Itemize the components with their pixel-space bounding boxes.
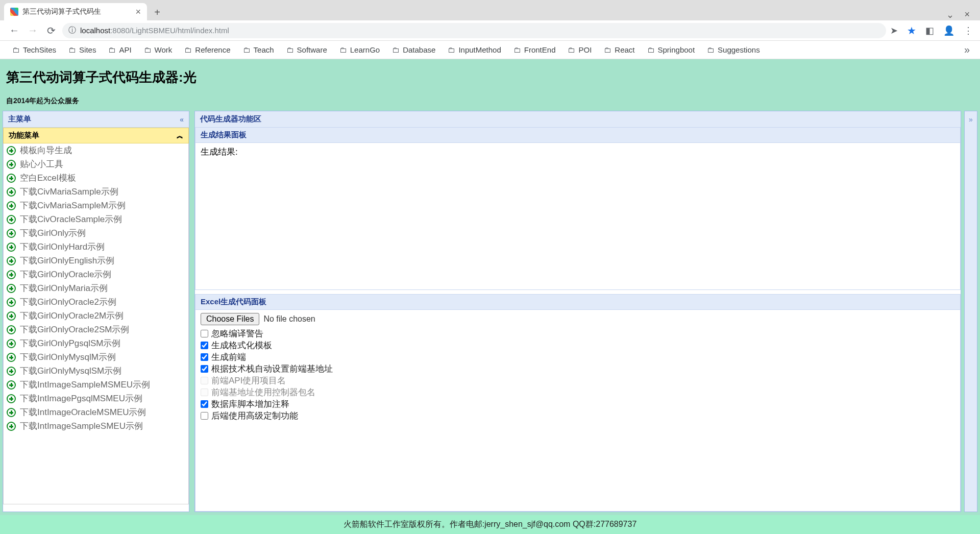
sidebar-menu-item[interactable]: 下载IntImageSampleMSMEU示例 (4, 378, 188, 392)
sidebar-menu-item[interactable]: 下载CivMariaSampleM示例 (4, 199, 188, 212)
sidebar-menu-item[interactable]: 下载GirlOnlyMysqlSM示例 (4, 364, 188, 378)
option-checkbox[interactable] (201, 353, 208, 361)
bookmark-label: FrontEnd (524, 45, 556, 54)
bookmark-label: POI (578, 45, 592, 54)
browser-tab[interactable]: 第三代动词算子式代码生 × (4, 3, 147, 20)
address-bar[interactable]: ⓘ localhost:8080/LightSBMEU/html/index.h… (62, 23, 886, 38)
sidebar-menu-item[interactable]: 下载GirlOnlyOracle2SM示例 (4, 323, 188, 336)
plus-icon (7, 242, 16, 252)
reload-button[interactable]: ⟳ (44, 25, 58, 37)
bookmark-item[interactable]: 🗀FrontEnd (508, 43, 561, 56)
plus-icon (7, 187, 16, 197)
option-checkbox (201, 389, 208, 396)
page-body: 第三代动词算子式代码生成器:光 自2014年起为公众服务 主菜单 « 功能菜单 … (0, 59, 980, 534)
sidebar-menu-item[interactable]: 下载GirlOnlyOracle示例 (4, 268, 188, 281)
bookmarks-overflow-icon[interactable]: » (961, 44, 973, 56)
bookmark-label: Reference (195, 45, 230, 54)
bookmark-item[interactable]: 🗀API (103, 43, 136, 56)
sidebar-menu-item[interactable]: 下载GirlOnlyPgsqlSM示例 (4, 336, 188, 350)
new-tab-button[interactable]: + (149, 4, 165, 20)
plus-icon (7, 339, 16, 348)
bookmark-item[interactable]: 🗀Teach (238, 43, 279, 56)
sidebar-collapse-icon[interactable]: « (180, 115, 184, 124)
bookmark-item[interactable]: 🗀Springboot (642, 43, 700, 56)
bookmark-item[interactable]: 🗀Reference (179, 43, 235, 56)
option-checkbox[interactable] (201, 342, 208, 349)
checkbox-row: 根据技术栈自动设置前端基地址 (201, 363, 955, 375)
bookmark-label: Sites (79, 45, 96, 54)
panel-toggle-icon[interactable]: ◧ (925, 25, 934, 36)
bookmark-item[interactable]: 🗀React (599, 43, 640, 56)
checkbox-row: 后端使用高级定制功能 (201, 410, 955, 422)
bookmark-label: React (615, 45, 634, 54)
option-checkbox[interactable] (201, 365, 208, 373)
option-checkbox[interactable] (201, 412, 208, 420)
sidebar-menu-item[interactable]: 下载CivOracleSample示例 (4, 212, 188, 226)
bookmark-item[interactable]: 🗀LearnGo (334, 43, 385, 56)
section-collapse-icon[interactable]: ︽ (177, 131, 183, 140)
option-checkbox[interactable] (201, 400, 208, 408)
sidebar-menu-item[interactable]: 空白Excel模板 (4, 171, 188, 185)
menu-item-label: 下载IntImageSampleSMEU示例 (20, 420, 143, 432)
menu-item-label: 模板向导生成 (20, 144, 72, 156)
profile-icon[interactable]: 👤 (943, 25, 954, 36)
option-checkbox[interactable] (201, 330, 208, 337)
folder-icon: 🗀 (184, 45, 192, 54)
sidebar-menu-scroll[interactable]: 模板向导生成贴心小工具空白Excel模板下载CivMariaSample示例下载… (3, 143, 189, 504)
plus-icon (7, 353, 16, 362)
bookmark-item[interactable]: 🗀Database (387, 43, 440, 56)
sidebar-hscroll[interactable] (3, 504, 189, 512)
right-panel-collapsed[interactable]: » (964, 111, 977, 512)
site-info-icon[interactable]: ⓘ (68, 26, 76, 35)
sidebar-menu-item[interactable]: 下载GirlOnlyMysqlM示例 (4, 350, 188, 364)
window-minimize-icon[interactable]: ⌄ (946, 9, 954, 20)
file-chooser-row: Choose Files No file chosen (201, 313, 955, 325)
sidebar-menu-item[interactable]: 下载GirlOnlyOracle2M示例 (4, 309, 188, 323)
bookmark-item[interactable]: 🗀TechSites (7, 43, 61, 56)
bookmark-item[interactable]: 🗀POI (562, 43, 597, 56)
sidebar-menu-item[interactable]: 下载IntImageOracleMSMEU示例 (4, 405, 188, 419)
main-title: 代码生成器功能区 (200, 114, 261, 124)
sidebar-menu-item[interactable]: 下载IntImageSampleSMEU示例 (4, 419, 188, 433)
sidebar-menu-item[interactable]: 下载CivMariaSample示例 (4, 185, 188, 199)
folder-icon: 🗀 (108, 45, 116, 54)
bookmark-star-icon[interactable]: ★ (907, 25, 916, 37)
sidebar-menu-item[interactable]: 下载GirlOnlyEnglish示例 (4, 254, 188, 268)
browser-toolbar: ← → ⟳ ⓘ localhost:8080/LightSBMEU/html/i… (0, 20, 980, 41)
checkbox-label: 生成前端 (211, 351, 246, 363)
bookmark-label: API (119, 45, 131, 54)
plus-icon (7, 284, 16, 293)
sidebar-section-title: 功能菜单 (9, 131, 39, 140)
bookmark-item[interactable]: 🗀Software (281, 43, 332, 56)
choose-files-button[interactable]: Choose Files (201, 313, 259, 325)
sidebar-menu-item[interactable]: 下载GirlOnlyMaria示例 (4, 281, 188, 295)
excel-hscroll[interactable] (195, 504, 960, 511)
tab-close-icon[interactable]: × (135, 7, 141, 17)
bookmark-item[interactable]: 🗀Suggestions (702, 43, 765, 56)
sidebar-menu-item[interactable]: 下载GirlOnlyHard示例 (4, 240, 188, 254)
send-icon[interactable]: ➤ (890, 25, 898, 36)
tab-title: 第三代动词算子式代码生 (22, 7, 101, 16)
option-checkbox (201, 377, 208, 384)
sidebar-menu-item[interactable]: 模板向导生成 (4, 143, 188, 157)
main-header: 代码生成器功能区 (195, 111, 961, 128)
excel-body: Choose Files No file chosen 忽略编译警告生成格式化模… (195, 310, 960, 504)
bookmark-label: Teach (254, 45, 274, 54)
sidebar-menu-item[interactable]: 下载GirlOnlyOracle2示例 (4, 295, 188, 309)
bookmark-item[interactable]: 🗀InputMethod (443, 43, 506, 56)
bookmark-label: Suggestions (718, 45, 760, 54)
sidebar-section-header[interactable]: 功能菜单 ︽ (3, 128, 189, 143)
forward-button[interactable]: → (26, 25, 40, 36)
back-button[interactable]: ← (7, 25, 21, 36)
checkbox-label: 生成格式化模板 (211, 339, 272, 351)
right-expand-icon[interactable]: » (969, 115, 973, 512)
menu-icon[interactable]: ⋮ (964, 25, 973, 36)
sidebar-menu-item[interactable]: 贴心小工具 (4, 157, 188, 171)
window-close-icon[interactable]: × (964, 9, 970, 20)
menu-item-label: 下载GirlOnlyHard示例 (20, 241, 105, 253)
sidebar-menu-item[interactable]: 下载GirlOnly示例 (4, 226, 188, 240)
bookmark-item[interactable]: 🗀Sites (63, 43, 101, 56)
bookmark-item[interactable]: 🗀Work (139, 43, 178, 56)
sidebar-menu-item[interactable]: 下载IntImagePgsqlMSMEU示例 (4, 392, 188, 405)
folder-icon: 🗀 (68, 45, 76, 54)
